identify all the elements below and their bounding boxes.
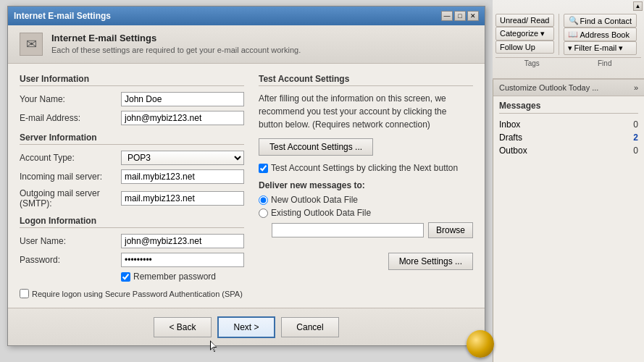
spa-checkbox[interactable] <box>20 289 29 298</box>
incoming-server-input[interactable] <box>121 169 244 184</box>
outbox-label: Outbox <box>499 146 527 156</box>
existing-outlook-radio[interactable] <box>259 209 268 218</box>
email-input[interactable] <box>121 111 244 125</box>
dialog-heading: Internet E-mail Settings <box>51 33 301 43</box>
deliver-title: Deliver new messages to: <box>259 180 473 190</box>
test-next-checkbox[interactable] <box>259 164 268 173</box>
customize-today-button[interactable]: Customize Outlook Today ... » <box>493 80 644 96</box>
dialog-subtitle: Each of these settings are required to g… <box>51 46 301 54</box>
remember-password-row: Remember password <box>121 272 244 282</box>
dialog-title-bar: Internet E-mail Settings — □ ✕ <box>8 7 485 25</box>
internet-email-settings-dialog: Internet E-mail Settings — □ ✕ ✉ Interne… <box>7 6 485 346</box>
test-section-title: Test Account Settings <box>259 74 473 86</box>
ribbon-minimize-btn[interactable]: ▲ <box>633 1 643 11</box>
logon-info-section-title: Logon Information <box>20 216 244 228</box>
test-description: After filling out the information on thi… <box>259 92 473 131</box>
password-label: Password: <box>20 255 121 265</box>
browse-button[interactable]: Browse <box>428 222 473 238</box>
spa-label: Require logon using Secure Password Auth… <box>32 290 243 298</box>
filter-email-button[interactable]: ▾ Filter E-mail ▾ <box>564 41 637 55</box>
existing-outlook-label: Existing Outlook Data File <box>271 208 371 218</box>
username-label: User Name: <box>20 236 121 246</box>
username-row: User Name: <box>20 234 244 248</box>
inbox-row: Inbox 0 <box>499 118 638 131</box>
messages-section: Messages Inbox 0 Drafts 2 Outbox 0 <box>493 96 644 161</box>
drafts-count: 2 <box>633 132 638 143</box>
dialog-footer: < Back Next > Cancel <box>8 308 485 345</box>
dialog-title-buttons: — □ ✕ <box>441 11 479 21</box>
address-book-button[interactable]: 📖 Address Book <box>564 28 637 41</box>
spa-row: Require logon using Secure Password Auth… <box>20 289 244 298</box>
follow-up-button[interactable]: Follow Up <box>495 41 554 54</box>
your-name-label: Your Name: <box>20 94 121 104</box>
find-contact-icon: 🔍 <box>569 16 579 25</box>
account-type-label: Account Type: <box>20 153 121 163</box>
file-path-input[interactable] <box>272 223 424 237</box>
drafts-label: Drafts <box>499 132 522 143</box>
tags-label: Tags <box>495 59 569 67</box>
dialog-left-panel: User Information Your Name: E-mail Addre… <box>20 74 244 300</box>
next-button[interactable]: Next > <box>217 316 275 338</box>
find-contact-button[interactable]: 🔍 Find a Contact <box>564 14 637 28</box>
customize-arrow-icon: » <box>634 83 638 92</box>
dialog-maximize-button[interactable]: □ <box>454 11 466 21</box>
file-path-row: Browse <box>272 222 473 238</box>
outgoing-server-input[interactable] <box>121 191 244 206</box>
unread-read-button[interactable]: Unread/ Read <box>495 14 554 27</box>
outgoing-server-row: Outgoing mail server (SMTP): <box>20 188 244 209</box>
test-account-settings-button[interactable]: Test Account Settings ... <box>259 138 373 156</box>
remember-password-checkbox[interactable] <box>121 272 130 282</box>
user-info-section-title: User Information <box>20 74 244 86</box>
outbox-count: 0 <box>633 146 638 156</box>
messages-title: Messages <box>499 101 638 114</box>
outlook-left-panel: Customize Outlook Today ... » Messages I… <box>493 80 644 362</box>
gold-circle-decoration <box>467 330 494 358</box>
outbox-row: Outbox 0 <box>499 144 638 157</box>
ribbon-tags-section: Unread/ Read Categorize ▾ Follow Up <box>495 14 559 55</box>
dialog-header-icon: ✉ <box>20 33 43 56</box>
dialog-body: User Information Your Name: E-mail Addre… <box>8 64 485 310</box>
dialog-title: Internet E-mail Settings <box>14 11 111 21</box>
mouse-cursor <box>210 340 219 353</box>
ribbon-panel: ▲ Unread/ Read Categorize ▾ Follow Up 🔍 … <box>493 0 644 80</box>
cancel-button[interactable]: Cancel <box>281 317 339 337</box>
account-type-select[interactable]: POP3 IMAP <box>121 151 244 165</box>
inbox-count: 0 <box>633 119 638 130</box>
incoming-server-label: Incoming mail server: <box>20 172 121 182</box>
email-icon: ✉ <box>26 36 37 52</box>
new-outlook-label: New Outlook Data File <box>271 195 358 205</box>
incoming-server-row: Incoming mail server: <box>20 169 244 184</box>
username-input[interactable] <box>121 234 244 248</box>
address-book-icon: 📖 <box>568 30 578 39</box>
remember-password-label: Remember password <box>133 272 216 282</box>
find-label: Find <box>569 59 642 67</box>
existing-outlook-radio-row: Existing Outlook Data File <box>259 208 473 218</box>
new-outlook-radio-row: New Outlook Data File <box>259 195 473 205</box>
test-next-label: Test Account Settings by clicking the Ne… <box>271 163 458 173</box>
more-settings-button[interactable]: More Settings ... <box>388 253 473 270</box>
email-label: E-mail Address: <box>20 113 121 123</box>
password-input[interactable] <box>121 253 244 267</box>
dialog-header-text: Internet E-mail Settings Each of these s… <box>51 33 301 54</box>
email-row: E-mail Address: <box>20 111 244 125</box>
dialog-right-panel: Test Account Settings After filling out … <box>259 74 473 300</box>
your-name-row: Your Name: <box>20 92 244 106</box>
dialog-minimize-button[interactable]: — <box>441 11 453 21</box>
your-name-input[interactable] <box>121 92 244 106</box>
dialog-header: ✉ Internet E-mail Settings Each of these… <box>8 25 485 64</box>
dialog-close-button[interactable]: ✕ <box>467 11 479 21</box>
outgoing-server-label: Outgoing mail server (SMTP): <box>20 188 121 209</box>
account-type-row: Account Type: POP3 IMAP <box>20 151 244 165</box>
more-settings-row: More Settings ... <box>259 253 473 270</box>
password-row: Password: <box>20 253 244 267</box>
back-button[interactable]: < Back <box>154 317 212 337</box>
new-outlook-radio[interactable] <box>259 195 268 205</box>
ribbon-find-section: 🔍 Find a Contact 📖 Address Book ▾ Filter… <box>564 14 637 55</box>
drafts-row: Drafts 2 <box>499 131 638 144</box>
server-info-section-title: Server Information <box>20 132 244 145</box>
inbox-label: Inbox <box>499 119 520 130</box>
test-next-checkbox-row: Test Account Settings by clicking the Ne… <box>259 163 473 173</box>
categorize-button[interactable]: Categorize ▾ <box>495 27 554 41</box>
